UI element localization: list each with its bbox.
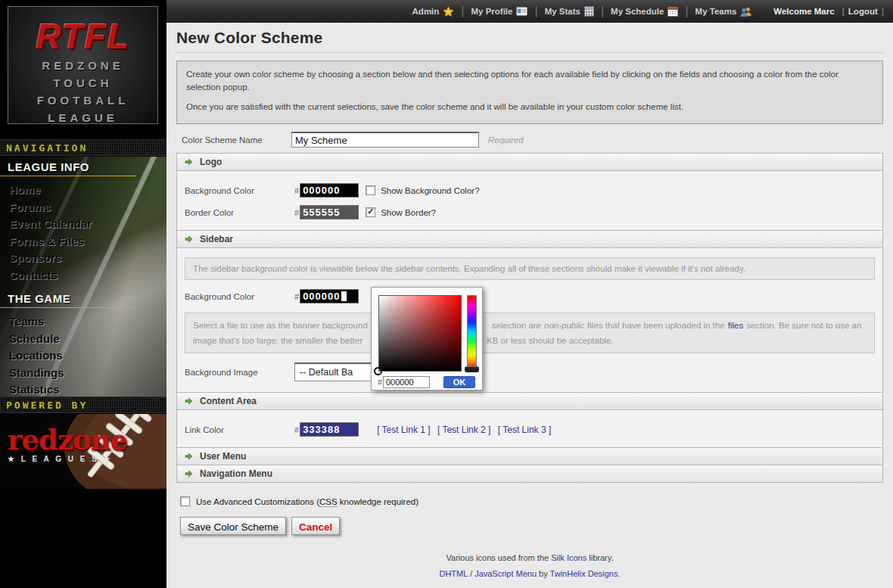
footer-credits-menu: DHTML / JavaScript Menu by TwinHelix Des… bbox=[176, 569, 883, 578]
note-text: selection are bbox=[492, 321, 541, 330]
section-body-sidebar: The sidebar background color is viewable… bbox=[176, 247, 883, 393]
sidebar-bg-note: The sidebar background color is viewable… bbox=[185, 257, 875, 280]
section-header-user-menu[interactable]: User Menu bbox=[176, 447, 883, 465]
javascript-menu-link[interactable]: JavaScript Menu bbox=[475, 569, 537, 578]
label-text: Use Advanced Customizations ( bbox=[196, 497, 319, 506]
twinhelix-link[interactable]: TwinHelix Designs bbox=[550, 569, 618, 578]
sidebar: RTFL REDZONE TOUCH FOOTBALL LEAGUE NAVIG… bbox=[0, 0, 166, 588]
hue-slider-handle[interactable] bbox=[465, 366, 479, 372]
hex-hash: # bbox=[294, 208, 299, 217]
field-label: Background Image bbox=[185, 368, 294, 377]
show-border-checkbox[interactable] bbox=[366, 207, 375, 217]
intro-paragraph: Once you are satisfied with the current … bbox=[186, 101, 873, 114]
sidebar-section-league-info: LEAGUE INFO Home Forums Event Calendar F… bbox=[0, 160, 166, 284]
label-text: knowledge required) bbox=[338, 497, 418, 506]
saturation-value-square[interactable] bbox=[378, 295, 462, 372]
topbar-item-my-profile[interactable]: My Profile bbox=[471, 7, 528, 16]
color-swatch-logo-border[interactable]: 555555 bbox=[300, 205, 359, 219]
section-title: Logo bbox=[200, 157, 222, 167]
league-logo-line: FOOTBALL bbox=[8, 92, 157, 109]
test-link-3[interactable]: [ Test Link 3 ] bbox=[498, 425, 551, 435]
sidebar-item-locations[interactable]: Locations bbox=[0, 347, 166, 365]
silk-icons-link[interactable]: Silk Icons bbox=[551, 553, 587, 562]
scheme-name-row: Color Scheme Name Required bbox=[182, 132, 883, 148]
logout-button[interactable]: Logout bbox=[848, 7, 878, 16]
topbar-item-label: Admin bbox=[412, 7, 440, 16]
sidebar-item-teams[interactable]: Teams bbox=[0, 313, 166, 331]
note-text: section. Be sure not to use an bbox=[746, 321, 861, 330]
redzone-logo-text: redzone ★ L E A G U E S ★ bbox=[8, 426, 127, 463]
sidebar-item-standings[interactable]: Standings bbox=[0, 365, 166, 382]
save-color-scheme-button[interactable]: Save Color Scheme bbox=[180, 517, 286, 535]
note-text: KB or less should be acceptable. bbox=[487, 336, 614, 345]
footer-text: Various icons used from the bbox=[446, 553, 552, 562]
section-header-logo[interactable]: Logo bbox=[176, 153, 883, 171]
sidebar-section-title: THE GAME bbox=[0, 292, 136, 308]
topbar-item-label: My Schedule bbox=[611, 7, 664, 16]
cancel-button[interactable]: Cancel bbox=[291, 517, 340, 535]
sidebar-nav-list: Home Forums Event Calendar Forms & Files… bbox=[0, 182, 166, 284]
sidebar-item-home[interactable]: Home bbox=[0, 182, 166, 199]
hex-hash: # bbox=[378, 378, 382, 387]
color-picker-popup: # OK bbox=[371, 287, 483, 390]
files-link[interactable]: files bbox=[728, 321, 743, 330]
required-note: Required bbox=[488, 135, 524, 145]
field-label: Background Color bbox=[185, 292, 294, 301]
sidebar-item-forms-files[interactable]: Forms & Files bbox=[0, 233, 166, 250]
sidebar-item-schedule[interactable]: Schedule bbox=[0, 331, 166, 348]
show-background-checkbox[interactable] bbox=[366, 185, 375, 195]
note-text: files that have been uploaded in the bbox=[587, 321, 725, 330]
redzone-logo-title: redzone bbox=[8, 426, 127, 453]
swatch-hex-value: 000000 bbox=[303, 291, 340, 302]
checkbox-label: Show Border? bbox=[381, 208, 436, 217]
sidebar-item-sponsors[interactable]: Sponsors bbox=[0, 250, 166, 267]
section-header-navigation-menu[interactable]: Navigation Menu bbox=[176, 465, 883, 483]
test-link-1[interactable]: [ Test Link 1 ] bbox=[377, 425, 430, 435]
dhtml-link[interactable]: DHTML bbox=[439, 569, 467, 578]
sidebar-item-forums[interactable]: Forums bbox=[0, 199, 166, 216]
topbar-item-my-teams[interactable]: My Teams bbox=[695, 7, 753, 17]
color-swatch-sidebar-bg[interactable]: 000000 bbox=[300, 289, 359, 303]
picker-hex-input[interactable] bbox=[383, 376, 430, 388]
app-root: RTFL REDZONE TOUCH FOOTBALL LEAGUE NAVIG… bbox=[0, 0, 893, 588]
hex-hash: # bbox=[294, 425, 299, 434]
hue-slider-bar[interactable] bbox=[467, 295, 477, 368]
section-header-content-area[interactable]: Content Area bbox=[176, 392, 883, 410]
sidebar-section-the-game: THE GAME Teams Schedule Locations Standi… bbox=[0, 292, 166, 399]
navigation-banner: NAVIGATION bbox=[0, 139, 166, 156]
test-link-2[interactable]: [ Test Link 2 ] bbox=[437, 425, 490, 435]
redzone-leagues-logo[interactable]: redzone ★ L E A G U E S ★ bbox=[0, 414, 166, 489]
picker-ok-button[interactable]: OK bbox=[443, 376, 475, 388]
topbar-item-label: My Teams bbox=[695, 7, 737, 16]
test-links: [ Test Link 1 ] [ Test Link 2 ] [ Test L… bbox=[377, 425, 555, 435]
calculator-icon bbox=[584, 6, 594, 17]
section-header-sidebar[interactable]: Sidebar bbox=[176, 230, 883, 248]
vcard-icon bbox=[516, 7, 527, 16]
expand-arrow-icon bbox=[184, 469, 193, 478]
topbar-item-my-stats[interactable]: My Stats bbox=[545, 6, 594, 17]
topbar-separator: | bbox=[534, 5, 537, 18]
field-row-logo-bg: Background Color # 000000 Show Backgroun… bbox=[185, 183, 875, 198]
intro-paragraph: Create your own color scheme by choosing… bbox=[186, 68, 873, 94]
topbar-item-admin[interactable]: Admin bbox=[412, 6, 455, 17]
field-row-sidebar-bg: Background Color # 000000 bbox=[185, 289, 875, 303]
league-logo[interactable]: RTFL REDZONE TOUCH FOOTBALL LEAGUE bbox=[8, 6, 158, 124]
section-title: Sidebar bbox=[200, 234, 233, 244]
color-cursor-circle[interactable] bbox=[374, 367, 382, 375]
sidebar-item-event-calendar[interactable]: Event Calendar bbox=[0, 216, 166, 233]
note-text: image that's too large; the smaller the … bbox=[193, 336, 362, 345]
color-swatch-link-color[interactable]: 333388 bbox=[300, 422, 359, 437]
powered-by-banner: POWERED BY bbox=[0, 397, 166, 413]
page-footer: Various icons used from the Silk Icons l… bbox=[176, 553, 883, 578]
advanced-customizations-checkbox[interactable] bbox=[180, 496, 190, 506]
topbar-item-my-schedule[interactable]: My Schedule bbox=[611, 6, 678, 17]
color-swatch-logo-bg[interactable]: 000000 bbox=[300, 183, 359, 198]
scheme-name-input[interactable] bbox=[291, 132, 479, 148]
sidebar-item-contacts[interactable]: Contacts bbox=[0, 267, 166, 285]
expand-arrow-icon bbox=[184, 157, 193, 166]
topbar-separator: | bbox=[461, 5, 464, 18]
expand-arrow-icon bbox=[184, 235, 193, 244]
note-text: Select a file to use as the banner backg… bbox=[193, 321, 368, 330]
checkbox-label: Show Background Color? bbox=[381, 186, 479, 195]
expand-arrow-icon bbox=[184, 397, 193, 406]
